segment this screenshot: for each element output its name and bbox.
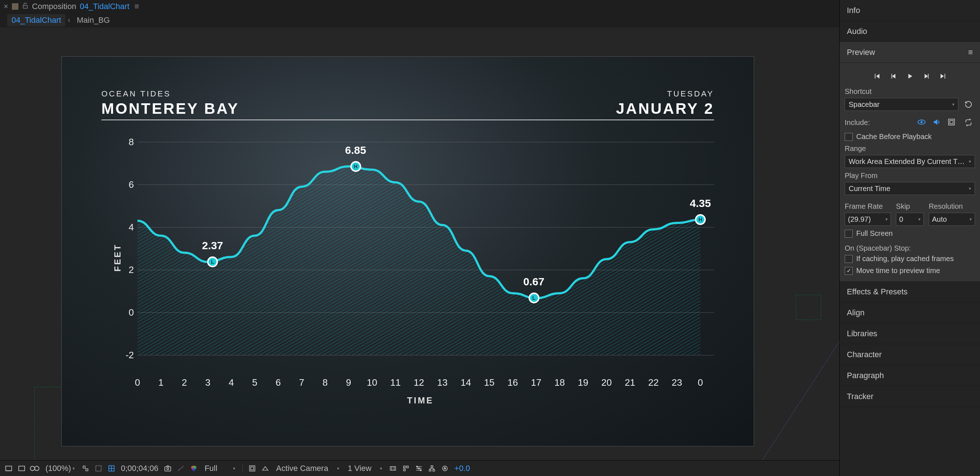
play-button[interactable] <box>906 72 914 80</box>
chart-xtick: 15 <box>484 377 495 388</box>
roi-icon[interactable] <box>94 463 103 473</box>
resolution-dropdown[interactable]: Full▾ <box>202 463 238 474</box>
first-frame-button[interactable] <box>873 72 881 80</box>
views-dropdown[interactable]: 1 View▾ <box>345 463 385 474</box>
tab-menu-icon[interactable]: ≡ <box>135 2 139 11</box>
chevron-left-icon: ‹ <box>67 16 70 25</box>
cache-before-label: Cache Before Playback <box>856 133 932 141</box>
panel-align[interactable]: Align <box>840 302 980 323</box>
chart-ytick: 0 <box>123 307 134 318</box>
include-overlays-icon[interactable] <box>948 118 956 127</box>
last-frame-button[interactable] <box>939 72 947 80</box>
fullscreen-checkbox[interactable] <box>845 230 853 238</box>
chart-xtick: 20 <box>601 377 612 388</box>
zoom-dropdown[interactable]: (100%)▾ <box>43 463 78 474</box>
chart-ytick: 4 <box>123 222 134 233</box>
range-select[interactable]: Work Area Extended By Current T…▾ <box>845 155 975 168</box>
playfrom-select[interactable]: Current Time▾ <box>845 182 975 195</box>
tide-marker-l: L <box>207 256 218 267</box>
close-tab-icon[interactable]: × <box>3 2 8 11</box>
svg-rect-23 <box>430 470 431 471</box>
shortcut-select[interactable]: Spacebar▾ <box>845 98 958 111</box>
panel-libraries[interactable]: Libraries <box>840 323 980 344</box>
timeline-icon[interactable] <box>414 463 424 473</box>
guide-box <box>796 295 821 320</box>
prev-frame-button[interactable] <box>889 72 897 80</box>
show-snapshot-icon[interactable] <box>176 463 186 473</box>
3d-ground-icon[interactable] <box>260 463 270 473</box>
flowchart-item-0[interactable]: 04_TidalChart <box>7 14 65 26</box>
grid-guides-icon[interactable] <box>107 463 116 473</box>
timecode-display[interactable]: 0;00;04;06 <box>119 464 160 473</box>
pixel-aspect-icon[interactable] <box>388 463 398 473</box>
draft3d-icon[interactable] <box>247 463 257 473</box>
svg-rect-11 <box>165 466 171 471</box>
svg-point-21 <box>420 470 422 471</box>
3d-view-icon[interactable] <box>30 463 40 473</box>
exposure-reset-icon[interactable] <box>440 463 450 473</box>
snapshot-icon[interactable] <box>163 463 173 473</box>
include-video-icon[interactable] <box>917 118 926 128</box>
chart-xtick: 0 <box>135 377 140 388</box>
skip-select[interactable]: 0▾ <box>896 213 924 226</box>
lock-icon[interactable] <box>22 2 29 11</box>
svg-rect-17 <box>251 466 254 470</box>
svg-rect-0 <box>23 5 27 8</box>
svg-point-27 <box>921 121 923 123</box>
fast-preview-icon[interactable] <box>401 463 411 473</box>
framerate-select[interactable]: (29.97)▾ <box>845 213 891 226</box>
svg-rect-18 <box>390 466 396 470</box>
panel-paragraph[interactable]: Paragraph <box>840 365 980 386</box>
loop-options-button[interactable] <box>962 116 975 129</box>
chart-ytick: 8 <box>123 136 134 148</box>
chart-ytick: 2 <box>123 264 134 276</box>
next-frame-button[interactable] <box>923 72 931 80</box>
panel-preview[interactable]: Preview ≡ <box>840 42 980 63</box>
panel-audio[interactable]: Audio <box>840 21 980 42</box>
resolution-icon[interactable] <box>81 463 91 473</box>
panel-tracker[interactable]: Tracker <box>840 386 980 407</box>
camera-dropdown[interactable]: Active Camera▾ <box>273 463 342 474</box>
tab-comp-name[interactable]: 04_TidalChart <box>80 2 129 11</box>
cache-before-checkbox[interactable] <box>845 133 853 141</box>
chart-xlabel: TIME <box>407 396 433 406</box>
chart-ytick: -2 <box>123 350 134 361</box>
chart-ytick: 6 <box>123 179 134 190</box>
reset-shortcut-button[interactable] <box>962 98 975 111</box>
chart-xtick: 22 <box>648 377 659 388</box>
chart-xtick: 18 <box>555 377 565 388</box>
range-label: Range <box>845 144 975 153</box>
onstop-move-checkbox[interactable] <box>845 267 853 275</box>
composition-viewer[interactable]: OCEAN TIDES MONTEREY BAY TUESDAY JANUARY… <box>0 27 839 460</box>
chart-xtick: 2 <box>182 377 187 388</box>
include-audio-icon[interactable] <box>932 118 941 128</box>
chart-xtick: 17 <box>531 377 542 388</box>
playfrom-label: Play From <box>845 171 975 180</box>
panel-character[interactable]: Character <box>840 344 980 365</box>
onstop-move-label: Move time to preview time <box>856 267 940 275</box>
panel-menu-icon[interactable]: ≡ <box>968 48 973 57</box>
preview-panel-body: Shortcut Spacebar▾ Include: Cache Before… <box>840 63 980 281</box>
res-select[interactable]: Auto▾ <box>929 213 975 226</box>
svg-rect-28 <box>948 119 955 125</box>
include-label: Include: <box>845 118 870 127</box>
right-panel-stack: Info Audio Preview ≡ Shortcut Spacebar▾ … <box>839 0 980 476</box>
panel-info[interactable]: Info <box>840 0 980 21</box>
svg-rect-4 <box>19 466 25 471</box>
transparency-grid-icon[interactable] <box>17 463 27 473</box>
flowchart-item-1[interactable]: Main_BG <box>73 14 115 26</box>
chart-xtick: 4 <box>229 377 234 388</box>
chart-xtick: 5 <box>252 377 257 388</box>
chart-xtick: 7 <box>299 377 304 388</box>
svg-point-12 <box>167 468 169 470</box>
always-preview-icon[interactable] <box>3 463 14 473</box>
onstop-cache-checkbox[interactable] <box>845 255 853 263</box>
flowchart-icon[interactable] <box>427 463 437 473</box>
tide-marker-label: 6.85 <box>345 144 366 157</box>
tide-marker-label: 2.37 <box>202 240 223 252</box>
exposure-value[interactable]: +0.0 <box>453 464 471 473</box>
framerate-label: Frame Rate <box>845 202 891 211</box>
panel-effects[interactable]: Effects & Presets <box>840 281 980 302</box>
comp-color-swatch[interactable] <box>12 3 18 10</box>
color-channel-icon[interactable] <box>189 463 199 473</box>
